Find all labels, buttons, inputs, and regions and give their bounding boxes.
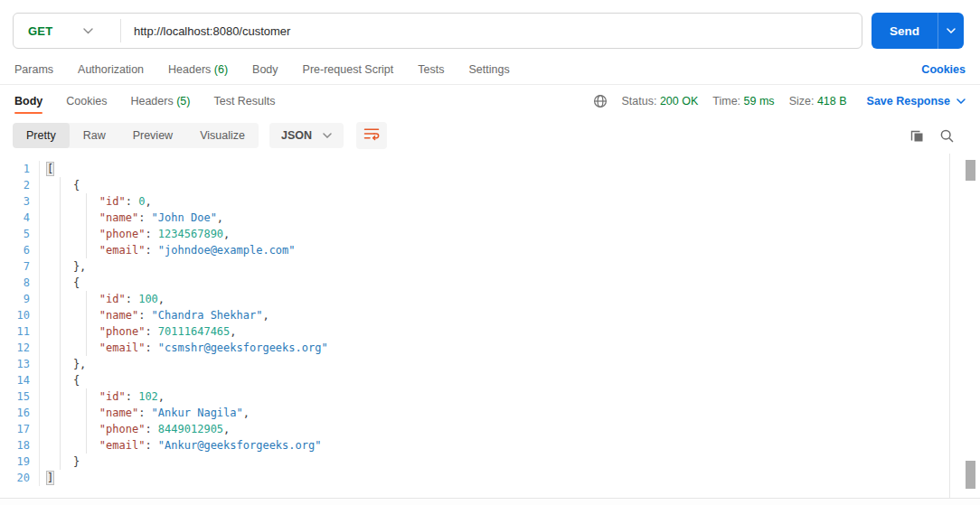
tab-settings[interactable]: Settings xyxy=(468,63,509,76)
code-line: 9 "id": 100, xyxy=(0,291,980,307)
tab-label: Authorization xyxy=(78,63,144,76)
wrap-lines-button[interactable] xyxy=(356,122,387,149)
response-header: Body Cookies Headers (5) Test Results St… xyxy=(0,85,980,117)
save-response-label: Save Response xyxy=(867,95,950,108)
code-line: 10 "name": "Chandra Shekhar", xyxy=(0,307,980,323)
tab-params[interactable]: Params xyxy=(14,63,53,76)
line-number: 19 xyxy=(0,454,40,470)
tab-label: Settings xyxy=(468,63,509,76)
line-number: 18 xyxy=(0,437,40,454)
api-client-window: GET Send Params Authorization Headers (6… xyxy=(0,0,980,505)
network-globe-icon xyxy=(593,94,608,108)
line-number: 3 xyxy=(0,193,40,210)
response-toolbar: Pretty Raw Preview Visualize JSON xyxy=(0,117,980,154)
line-number: 4 xyxy=(0,210,40,226)
code-lines: 1[2 {3 "id": 0,4 "name": "John Doe",5 "p… xyxy=(0,161,980,486)
size-label: Size: xyxy=(789,95,815,108)
headers-count-badge: (6) xyxy=(214,63,228,76)
line-number: 8 xyxy=(0,275,40,291)
status-indicator: Status: 200 OK xyxy=(622,95,699,108)
code-line: 7 }, xyxy=(0,258,980,275)
line-number: 11 xyxy=(0,323,40,340)
code-line: 3 "id": 0, xyxy=(0,193,980,210)
chevron-down-icon xyxy=(956,98,966,104)
bottom-divider xyxy=(0,498,980,505)
tab-body[interactable]: Body xyxy=(252,63,278,76)
send-button[interactable]: Send xyxy=(872,13,938,49)
line-number: 7 xyxy=(0,258,40,275)
code-line: 15 "id": 102, xyxy=(0,388,980,405)
line-number: 12 xyxy=(0,340,40,356)
view-raw[interactable]: Raw xyxy=(70,123,119,148)
code-line: 5 "phone": 1234567890, xyxy=(0,226,980,242)
url-input[interactable] xyxy=(121,14,862,48)
indent-guide xyxy=(60,177,61,470)
tab-label: Body xyxy=(252,63,278,76)
response-body-viewer: 1[2 {3 "id": 0,4 "name": "John Doe",5 "p… xyxy=(0,154,980,498)
view-pretty[interactable]: Pretty xyxy=(13,123,70,148)
url-box: GET xyxy=(13,13,862,49)
line-number: 17 xyxy=(0,421,40,437)
response-tab-headers[interactable]: Headers (5) xyxy=(130,85,190,117)
size-indicator: Size: 418 B xyxy=(789,95,847,108)
status-value: 200 OK xyxy=(660,95,698,108)
indent-guide xyxy=(86,193,87,258)
tab-label: Cookies xyxy=(66,95,107,108)
code-line: 1[ xyxy=(0,161,980,177)
search-icon[interactable] xyxy=(939,128,955,144)
format-dropdown[interactable]: JSON xyxy=(269,123,344,148)
code-line: 19 } xyxy=(0,454,980,470)
response-headers-count-badge: (5) xyxy=(176,95,190,108)
line-number: 10 xyxy=(0,307,40,323)
code-line: 12 "email": "csmshr@geeksforgeeks.org" xyxy=(0,340,980,356)
indent-guide xyxy=(86,388,87,454)
chevron-down-icon xyxy=(83,28,93,34)
code-line: 20] xyxy=(0,470,980,486)
send-options-button[interactable] xyxy=(938,13,964,49)
format-label: JSON xyxy=(281,129,312,142)
line-number: 16 xyxy=(0,405,40,421)
size-value: 418 B xyxy=(817,95,847,108)
view-visualize[interactable]: Visualize xyxy=(186,123,259,148)
code-line: 17 "phone": 8449012905, xyxy=(0,421,980,437)
tab-label: Test Results xyxy=(213,95,275,108)
response-tab-body[interactable]: Body xyxy=(14,85,42,117)
code-line: 14 { xyxy=(0,372,980,388)
tab-label: Params xyxy=(14,63,53,76)
response-tab-test-results[interactable]: Test Results xyxy=(213,85,275,117)
view-preview[interactable]: Preview xyxy=(119,123,186,148)
scrollbar-thumb[interactable] xyxy=(966,160,975,181)
line-number: 2 xyxy=(0,177,40,193)
copy-button[interactable] xyxy=(909,128,925,144)
tab-headers[interactable]: Headers (6) xyxy=(168,63,228,76)
method-label: GET xyxy=(28,24,52,38)
method-dropdown[interactable]: GET xyxy=(14,14,120,48)
save-response-button[interactable]: Save Response xyxy=(867,95,966,108)
chevron-down-icon xyxy=(947,28,956,33)
line-number: 1 xyxy=(0,161,40,177)
send-split-button: Send xyxy=(872,13,964,49)
cookies-link[interactable]: Cookies xyxy=(921,63,966,76)
response-tab-cookies[interactable]: Cookies xyxy=(66,85,107,117)
chevron-down-icon xyxy=(323,133,332,138)
status-label: Status: xyxy=(622,95,657,108)
line-number: 15 xyxy=(0,388,40,405)
line-number: 5 xyxy=(0,226,40,242)
code-line: 18 "email": "Ankur@geeksforgeeks.org" xyxy=(0,437,980,454)
code-line: 11 "phone": 70111647465, xyxy=(0,323,980,340)
code-line: 6 "email": "johndoe@example.com" xyxy=(0,242,980,258)
tab-authorization[interactable]: Authorization xyxy=(78,63,144,76)
scrollbar-thumb[interactable] xyxy=(966,461,975,489)
code-line: 8 { xyxy=(0,275,980,291)
response-meta: Status: 200 OK Time: 59 ms Size: 418 B S… xyxy=(593,94,966,108)
tab-tests[interactable]: Tests xyxy=(418,63,444,76)
tab-label: Headers xyxy=(130,95,173,108)
wrap-lines-icon xyxy=(363,127,380,145)
line-number: 6 xyxy=(0,242,40,258)
code-line: 16 "name": "Ankur Nagila", xyxy=(0,405,980,421)
tab-pre-request-script[interactable]: Pre-request Script xyxy=(303,63,394,76)
view-switcher: Pretty Raw Preview Visualize xyxy=(13,123,259,148)
line-number: 13 xyxy=(0,356,40,372)
tab-label: Pre-request Script xyxy=(303,63,394,76)
tab-label: Headers xyxy=(168,63,211,76)
